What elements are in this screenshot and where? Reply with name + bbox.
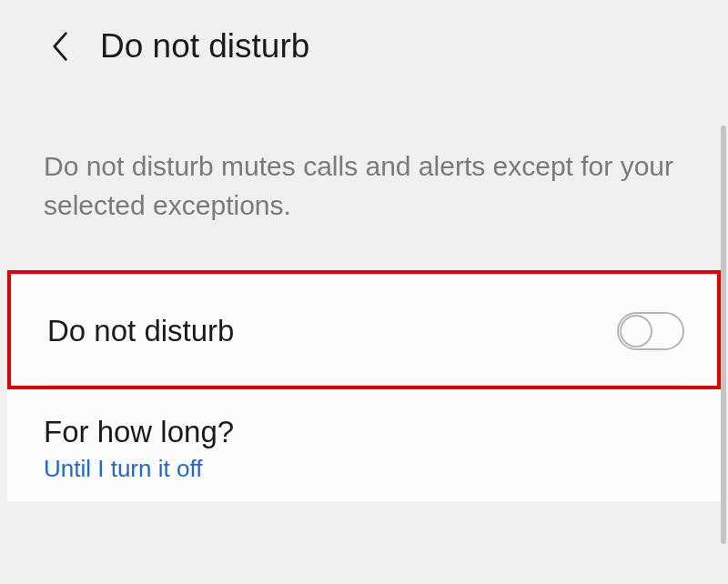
highlight-annotation: Do not disturb [7, 270, 721, 389]
description-section: Do not disturb mutes calls and alerts ex… [0, 93, 728, 270]
header: Do not disturb [0, 0, 728, 93]
scrollbar[interactable] [721, 126, 726, 544]
description-text: Do not disturb mutes calls and alerts ex… [44, 147, 684, 225]
dnd-toggle-label: Do not disturb [47, 314, 234, 348]
dnd-toggle-switch[interactable] [617, 312, 684, 350]
page-title: Do not disturb [100, 27, 309, 65]
dnd-toggle-row[interactable]: Do not disturb [11, 274, 717, 385]
settings-panel: Do not disturb For how long? Until I tur… [7, 270, 721, 501]
toggle-knob [620, 315, 652, 347]
duration-row[interactable]: For how long? Until I turn it off [7, 389, 721, 501]
duration-label: For how long? [44, 415, 688, 449]
back-icon[interactable] [51, 30, 71, 63]
duration-value: Until I turn it off [44, 455, 688, 483]
divider [47, 385, 681, 386]
